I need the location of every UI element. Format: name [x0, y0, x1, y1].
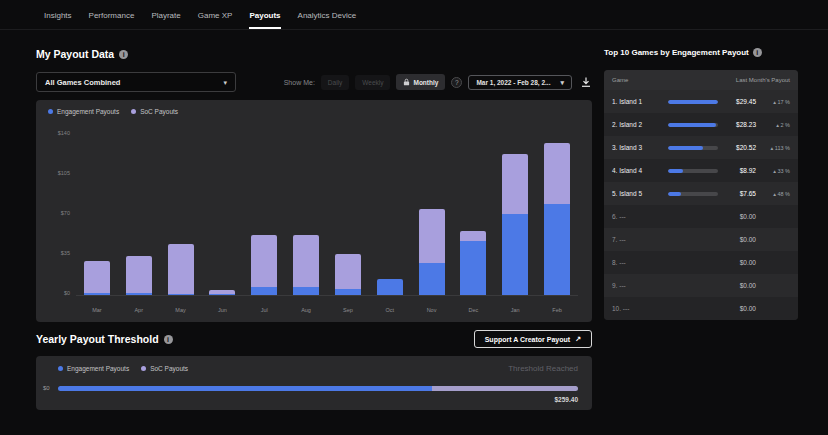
tab-insights[interactable]: Insights	[44, 11, 72, 29]
legend-engagement-payouts: Engagement Payouts	[58, 365, 129, 372]
chevron-down-icon: ▾	[560, 79, 564, 86]
x-tick-label: Sep	[335, 307, 361, 313]
payout-bar-fill	[668, 192, 681, 196]
bar-jun[interactable]	[209, 130, 235, 295]
legend-engagement-payouts: Engagement Payouts	[48, 108, 119, 115]
info-icon[interactable]: i	[119, 50, 128, 59]
tab-analytics-device[interactable]: Analytics Device	[298, 11, 357, 29]
info-icon[interactable]: i	[753, 48, 762, 57]
x-tick-label: Feb	[544, 307, 570, 313]
payout-bar	[668, 100, 718, 104]
x-tick-label: Mar	[84, 307, 110, 313]
engagement-segment	[84, 293, 110, 295]
support-creator-payout-button[interactable]: Support A Creator Payout ↗	[474, 330, 592, 348]
threshold-bar-engagement	[58, 386, 432, 391]
threshold-start-label: $0	[43, 385, 50, 391]
engagement-segment	[502, 214, 528, 295]
bar-may[interactable]	[168, 130, 194, 295]
games-filter-value: All Games Combined	[45, 78, 120, 87]
game-name: 3. Island 3	[612, 144, 668, 151]
bar-jan[interactable]	[502, 130, 528, 295]
payout-bar-fill	[668, 146, 703, 150]
payout-section-title-text: My Payout Data	[36, 48, 114, 60]
weekly-button[interactable]: Weekly	[355, 75, 390, 90]
date-range-select[interactable]: Mar 1, 2022 - Feb 28, 2... ▾	[468, 75, 572, 90]
y-tick-label: $70	[61, 210, 70, 216]
y-tick-label: $105	[58, 170, 70, 176]
bar-apr[interactable]	[126, 130, 152, 295]
game-row[interactable]: 2. Island 2$28.23▴ 2 %	[604, 113, 798, 136]
payout-change: ▴ 17 %	[756, 99, 790, 105]
engagement-segment	[209, 294, 235, 295]
bar-sep[interactable]	[335, 130, 361, 295]
payout-change: ▴ 48 %	[756, 191, 790, 197]
bar-nov[interactable]	[419, 130, 445, 295]
bar-oct[interactable]	[377, 130, 403, 295]
game-row[interactable]: 9. ---$0.00	[604, 274, 798, 297]
soc-segment	[251, 235, 277, 287]
y-tick-label: $0	[64, 290, 70, 296]
soc-dot-icon	[131, 109, 136, 114]
top-nav: Insights Performance Playrate Game XP Pa…	[0, 0, 828, 30]
engagement-segment	[460, 241, 486, 295]
engagement-segment	[293, 287, 319, 295]
payouts-dashboard-page: Insights Performance Playrate Game XP Pa…	[0, 0, 828, 435]
bar-dec[interactable]	[460, 130, 486, 295]
bar-jul[interactable]	[251, 130, 277, 295]
top-games-table: Game Last Month's Payout 1. Island 1$29.…	[604, 70, 798, 320]
game-row[interactable]: 3. Island 3$20.52▴ 113 %	[604, 136, 798, 159]
payout-change: ▴ 2 %	[756, 122, 790, 128]
engagement-dot-icon	[48, 109, 53, 114]
x-tick-label: Aug	[293, 307, 319, 313]
threshold-bar-soc	[432, 386, 578, 391]
x-tick-label: Jul	[251, 307, 277, 313]
tab-performance[interactable]: Performance	[89, 11, 135, 29]
soc-segment	[335, 254, 361, 289]
monthly-button[interactable]: Monthly	[396, 74, 445, 90]
game-row[interactable]: 10. ---$0.00	[604, 297, 798, 320]
tab-playrate[interactable]: Playrate	[151, 11, 180, 29]
payout-bar	[668, 146, 718, 150]
info-icon[interactable]: i	[164, 335, 173, 344]
game-row[interactable]: 8. ---$0.00	[604, 251, 798, 274]
legend-soc-payouts: SoC Payouts	[131, 108, 178, 115]
soc-dot-icon	[141, 366, 146, 371]
game-row[interactable]: 4. Island 4$8.92▴ 33 %	[604, 159, 798, 182]
chart-legend: Engagement Payouts SoC Payouts	[48, 108, 178, 115]
download-button[interactable]	[580, 76, 592, 88]
y-tick-label: $35	[61, 250, 70, 256]
tab-payouts[interactable]: Payouts	[249, 11, 280, 29]
chart-bars	[76, 130, 578, 296]
game-row[interactable]: 5. Island 5$7.65▴ 48 %	[604, 182, 798, 205]
help-icon[interactable]: ?	[451, 77, 462, 88]
bar-aug[interactable]	[293, 130, 319, 295]
daily-button[interactable]: Daily	[321, 75, 349, 90]
soc-segment	[126, 256, 152, 293]
game-name: 8. ---	[612, 259, 668, 266]
top-games-panel: Top 10 Games by Engagement Payout i Game…	[604, 48, 798, 320]
monthly-label: Monthly	[413, 79, 438, 86]
threshold-progress-bar	[58, 386, 578, 391]
legend-label: SoC Payouts	[140, 108, 178, 115]
lock-icon	[403, 78, 410, 86]
engagement-dot-icon	[58, 366, 63, 371]
soc-segment	[84, 261, 110, 293]
engagement-segment	[335, 289, 361, 295]
date-range-value: Mar 1, 2022 - Feb 28, 2...	[476, 79, 550, 86]
bar-mar[interactable]	[84, 130, 110, 295]
game-row[interactable]: 1. Island 1$29.45▴ 17 %	[604, 90, 798, 113]
soc-segment	[460, 231, 486, 240]
engagement-segment	[251, 287, 277, 295]
top-games-table-header: Game Last Month's Payout	[604, 70, 798, 90]
games-filter-select[interactable]: All Games Combined ▾	[36, 72, 236, 92]
soc-segment	[293, 235, 319, 287]
bar-feb[interactable]	[544, 130, 570, 295]
game-row[interactable]: 6. ---$0.00	[604, 205, 798, 228]
threshold-title: Yearly Payout Threshold i	[36, 333, 173, 345]
game-row[interactable]: 7. ---$0.00	[604, 228, 798, 251]
engagement-segment	[377, 279, 403, 296]
x-tick-label: Oct	[377, 307, 403, 313]
tab-game-xp[interactable]: Game XP	[198, 11, 233, 29]
threshold-legend: Engagement Payouts SoC Payouts	[58, 365, 188, 372]
top-games-rows: 1. Island 1$29.45▴ 17 %2. Island 2$28.23…	[604, 90, 798, 320]
